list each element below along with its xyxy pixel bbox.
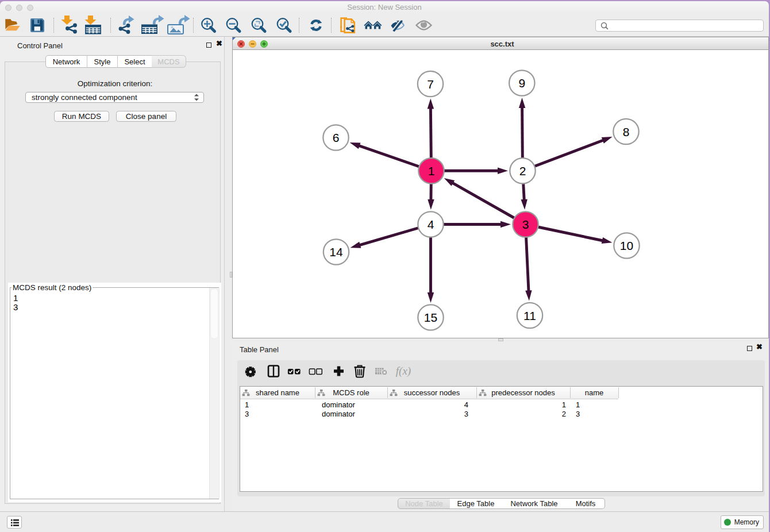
svg-text:6: 6 (333, 131, 340, 144)
svg-text:f(x): f(x) (396, 365, 411, 377)
svg-text:8: 8 (623, 125, 630, 138)
svg-text:1: 1 (428, 164, 435, 178)
svg-text:10: 10 (620, 239, 633, 252)
svg-text:9: 9 (518, 76, 525, 90)
svg-text:7: 7 (427, 78, 434, 91)
svg-text:14: 14 (329, 245, 343, 259)
svg-text:15: 15 (424, 311, 437, 324)
svg-text:3: 3 (522, 218, 529, 231)
svg-text:2: 2 (519, 164, 526, 178)
svg-text:11: 11 (523, 309, 536, 322)
svg-text:4: 4 (428, 218, 434, 231)
